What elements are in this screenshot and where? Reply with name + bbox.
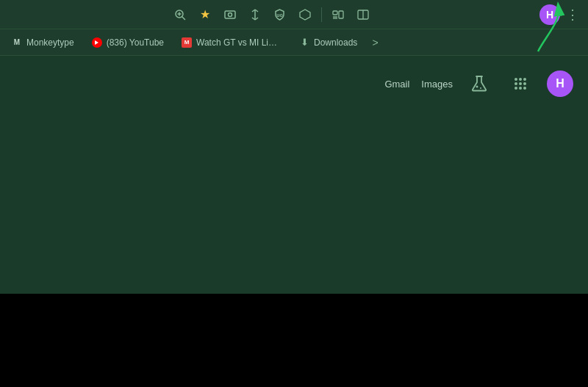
tabs-more-button[interactable]: > [366,37,384,48]
apps-icon[interactable] [506,69,535,98]
shield-icon[interactable]: uo [270,4,290,25]
download-favicon: ⬇ [299,37,309,48]
cursor-icon[interactable] [245,4,265,25]
gmail-link[interactable]: Gmail [384,79,409,90]
tab-youtube-label: (836) YouTube [107,37,164,48]
google-top-bar: Gmail Images H [0,63,588,104]
youtube-favicon [92,37,102,48]
svg-rect-15 [339,11,343,18]
tab-watch[interactable]: M Watch GT vs MI Live... [173,32,290,54]
svg-rect-12 [333,11,337,15]
split-view-icon[interactable] [353,4,373,25]
toolbar-left: ★ uo [6,4,537,25]
main-content: Gmail Images H [0,56,588,294]
browser-chrome: ★ uo [0,0,588,56]
monkeytype-favicon: M [12,37,22,48]
extension-icon[interactable] [295,4,315,25]
svg-rect-4 [225,11,235,18]
screenshot-icon[interactable] [220,4,240,25]
labs-icon[interactable] [465,69,494,98]
grid-dots-visual [514,78,526,90]
svg-point-20 [480,87,481,89]
watch-favicon: M [182,37,192,48]
profile-button[interactable]: H [539,4,560,25]
tab-monkeytype-label: Monkeytype [26,37,74,48]
svg-point-5 [228,12,232,16]
google-profile-button[interactable]: H [547,70,573,97]
tab-watch-label: Watch GT vs MI Live... [196,37,282,48]
images-link[interactable]: Images [421,79,453,90]
toolbar: ★ uo [0,0,588,29]
toolbar-right: H ⋮ [539,4,582,25]
tab-downloads-label: Downloads [314,37,357,48]
bottom-black-area [0,294,588,387]
tab-downloads[interactable]: ⬇ Downloads [290,32,366,54]
svg-text:uo: uo [276,12,283,18]
tab-youtube[interactable]: (836) YouTube [83,32,173,54]
svg-point-19 [476,86,478,88]
tabs-bar: M Monkeytype (836) YouTube M Watch GT vs… [0,29,588,56]
more-options-button[interactable]: ⋮ [563,5,582,24]
toolbar-divider [321,7,322,22]
zoom-icon[interactable] [170,4,190,25]
media-controls-icon[interactable] [328,4,348,25]
bookmark-star-icon[interactable]: ★ [195,4,215,25]
tab-monkeytype[interactable]: M Monkeytype [3,32,83,54]
svg-line-1 [182,17,185,20]
